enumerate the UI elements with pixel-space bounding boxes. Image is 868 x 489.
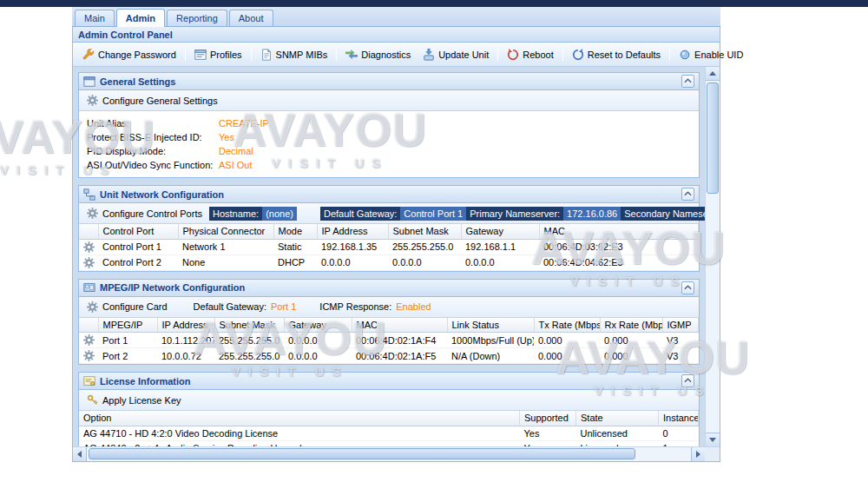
field-value: ASI Out [219,158,253,172]
column-header[interactable]: Instances [659,411,699,426]
admin-panel-frame: Admin Control Panel Change Password Prof… [72,27,720,462]
right-arrow-icon [696,451,700,458]
field-row: ASI Out/Video Sync Function: ASI Out [87,158,691,172]
tab-admin[interactable]: Admin [116,9,165,27]
toolbar-separator [497,48,498,61]
cell: 00:06:4D:02:1A:F4 [352,333,447,348]
column-header[interactable]: Physical Connector [178,224,273,239]
cell: 0.000 [534,333,600,348]
collapse-button[interactable] [681,188,694,201]
column-header[interactable]: IP Address [157,318,214,333]
cell: None [178,254,273,270]
icon-column-header [79,318,98,333]
cell: Unlicensed [576,426,659,440]
gear-icon[interactable] [83,350,94,361]
horizontal-scrollbar[interactable] [73,446,705,461]
cell: 255.255.255.0 [388,239,461,254]
mpeg-ip-panel-header: MPEG/IP Network Configuration [79,280,699,297]
toolbar-separator [185,48,186,61]
vertical-scrollbar[interactable] [705,67,720,446]
cell: AG 44840 - 2x->4x Audio Service Decoding… [79,440,520,446]
column-header[interactable]: Supported [520,411,576,426]
gear-icon [87,95,98,106]
tab-about[interactable]: About [229,10,273,26]
collapse-button[interactable] [681,374,694,387]
scroll-left-button[interactable] [73,447,87,461]
cell: V3 [662,333,699,348]
unit-network-panel: Unit Network Configuration Configure Con… [78,185,700,272]
column-header[interactable]: IP Address [317,224,388,239]
update-unit-button[interactable]: Update Unit [418,46,493,63]
tab-main[interactable]: Main [75,10,115,26]
default-gateway-value: Control Port 1 [400,207,466,221]
admin-app: Main Admin Reporting About Admin Control… [72,7,720,462]
table-row[interactable]: Port 1 10.1.112.207 255.255.255.0 0.0.0.… [79,333,699,348]
cell: 10.1.112.207 [157,333,214,348]
gear-icon [87,301,98,313]
cell: 192.168.1.35 [317,239,388,254]
up-arrow-icon [709,71,716,76]
column-header[interactable]: MAC [539,224,699,239]
scroll-up-button[interactable] [706,67,720,81]
column-header[interactable]: Gateway [284,318,352,333]
panel-title: Unit Network Configuration [100,189,224,200]
horizontal-scrollbar-thumb[interactable] [89,448,635,459]
tab-label: Main [84,13,105,23]
apply-license-key-button[interactable]: Apply License Key [84,393,184,407]
column-header[interactable]: Subnet Mask [214,318,284,333]
collapse-button[interactable] [681,281,694,294]
enable-uid-button[interactable]: Enable UID [674,46,747,63]
top-navy-bar [0,0,868,7]
scroll-right-button[interactable] [691,447,705,461]
column-header[interactable]: Rx Rate (Mbps) [600,318,662,333]
wrench-icon [82,49,95,61]
column-header[interactable]: Gateway [461,224,539,239]
table-row[interactable]: Port 2 10.0.0.72 255.255.255.0 0.0.0.0 0… [79,348,699,364]
table-row[interactable]: Control Port 1 Network 1 Static 192.168.… [79,239,699,254]
down-arrow-icon [709,438,716,442]
column-header[interactable]: MAC [352,318,447,333]
gear-icon[interactable] [83,334,94,346]
column-header[interactable]: Control Port [98,224,178,239]
column-header[interactable]: Link Status [447,318,534,333]
scrollbar-corner [705,446,720,461]
profiles-button[interactable]: Profiles [190,46,247,63]
table-row[interactable]: AG 44710 - HD 4:2:0 Video Decoding Licen… [79,426,699,440]
cell: Port 2 [98,348,157,364]
info-value: Port 1 [271,301,296,312]
configure-control-ports-button[interactable]: Configure Control Ports [84,206,205,221]
tab-label: About [239,13,264,23]
scroll-down-button[interactable] [706,433,720,446]
field-label: Protect BISS-E Injected ID: [87,130,219,144]
reset-to-defaults-button[interactable]: Reset to Defaults [568,46,665,63]
diagnostics-button[interactable]: Diagnostics [341,46,415,63]
column-header[interactable]: Tx Rate (Mbps) [534,318,600,333]
table-row[interactable]: Control Port 2 None DHCP 0.0.0.0 0.0.0.0… [79,254,699,270]
snmp-mibs-button[interactable]: SNMP MIBs [256,46,332,63]
configure-card-button[interactable]: Configure Card [84,300,170,314]
gear-icon[interactable] [83,257,94,268]
column-header[interactable]: Option [79,411,520,426]
cell: 0.0.0.0 [284,333,352,348]
column-header[interactable]: Mode [273,224,317,239]
cell: 0.0.0.0 [317,254,388,270]
tab-reporting[interactable]: Reporting [167,10,227,26]
cell: Yes [520,440,576,446]
column-header[interactable]: Subnet Mask [388,224,461,239]
change-password-button[interactable]: Change Password [78,46,181,63]
collapse-button[interactable] [681,75,694,88]
table-header-row: Control Port Physical Connector Mode IP … [79,224,699,239]
table-row[interactable]: AG 44840 - 2x->4x Audio Service Decoding… [79,440,699,446]
reboot-button[interactable]: Reboot [503,46,557,63]
toolbar-separator [251,48,252,61]
configure-general-settings-button[interactable]: Configure General Settings [84,93,220,108]
toolbar-label: Reboot [523,50,553,60]
column-header[interactable]: IGMP [662,318,699,333]
column-header[interactable]: MPEG/IP [98,318,157,333]
gear-icon[interactable] [83,241,94,253]
column-header[interactable]: State [576,411,659,426]
primary-nameserver-label: Primary Nameserver: [466,207,563,221]
table-header-row: Option Supported State Instances [79,411,699,426]
mpeg-ip-panel: MPEG/IP Network Configuration Configure … [78,279,700,366]
vertical-scrollbar-thumb[interactable] [707,83,719,194]
